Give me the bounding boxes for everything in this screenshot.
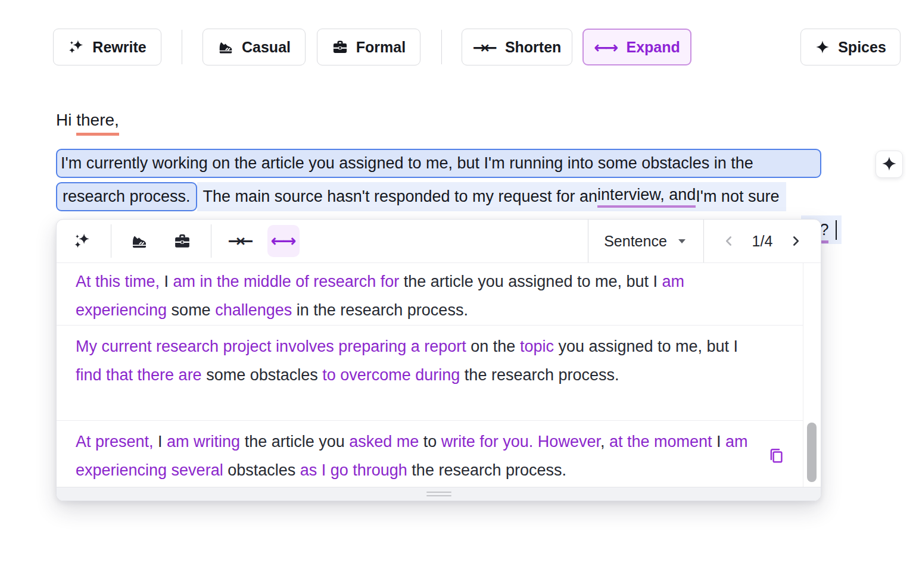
selected-sentence-line1[interactable]: I'm currently working on the article you… [56,149,821,178]
previous-suggestion-button[interactable] [721,233,737,249]
briefcase-icon [173,232,191,250]
formal-label: Formal [356,39,406,56]
popup-casual-button[interactable] [123,225,155,257]
suggestions-pager: 1/4 [703,220,821,262]
suggestion-row[interactable]: At present, I am writing the article you… [57,421,803,489]
suggestion-highlight: At present, [76,433,154,451]
copy-icon [767,446,785,464]
shorten-button[interactable]: →← Shorten [462,29,572,65]
suggestion-row[interactable]: At this time, I am in the middle of rese… [57,263,803,326]
selected-sentence-text: research process. [63,187,191,206]
pagination-label: 1/4 [752,233,773,250]
suggestion-highlight: at the moment [609,433,712,451]
briefcase-icon [332,39,348,55]
text-cursor [836,220,837,240]
suggestion-underlined-phrase[interactable]: interview, and [597,186,696,208]
expand-button[interactable]: ←→ Expand [582,29,691,65]
highlighted-following-text[interactable]: The main source hasn't responded to my r… [197,182,787,211]
shorten-arrows-icon: →← [228,233,254,249]
suggestion-plain-text: obstacles [223,461,300,479]
suggestion-highlight: asked me [349,433,419,451]
suggestion-highlight: At this time, [76,273,160,290]
suggestion-plain-text: the research process. [407,461,566,479]
document-line2: research process. The main source hasn't… [56,182,786,211]
suggestion-highlight: find that there are [76,366,202,384]
suggestion-underline-fragment [820,240,828,243]
toolbar-divider [182,30,182,64]
suggestion-row[interactable]: My current research project involves pre… [57,326,803,421]
suggestion-text: At this time, I am in the middle of rese… [76,267,761,324]
suggestion-plain-text: some [167,301,215,319]
scrollbar-track[interactable] [803,263,821,487]
granularity-dropdown[interactable]: Sentence [588,220,703,262]
suggestion-highlight: challenges [215,301,292,319]
chevron-left-icon [721,233,737,249]
sparkle-floating-button[interactable] [876,151,903,178]
suggestion-highlight: am writing [167,433,240,451]
sparkles-icon [73,232,91,250]
shorten-label: Shorten [505,39,561,56]
scrollbar-thumb[interactable] [807,423,817,482]
suggestion-plain-text: you assigned to me, but I [554,337,738,355]
selected-sentence-line2[interactable]: research process. [56,182,197,211]
spices-label: Spices [838,39,886,56]
suggestion-list: At this time, I am in the middle of rese… [57,263,803,487]
suggestion-plain-text: some obstacles [202,366,323,384]
resize-handle[interactable] [426,492,451,496]
rewrite-suggestions-popup: →← ←→ Sentence 1/4 [56,219,821,501]
four-point-star-icon [815,39,830,55]
popup-toolbar-divider [211,224,211,258]
toolbar-divider [441,30,442,64]
suggestion-highlight: write for you. However [441,433,600,451]
four-point-star-icon [881,155,898,174]
popup-formal-button[interactable] [166,225,198,257]
selected-sentence-text: I'm currently working on the article you… [61,154,753,173]
suggestion-highlight: My current research project involves pre… [76,337,466,355]
spellcheck-underlined-word[interactable]: there, [76,111,119,136]
chevron-right-icon [788,233,803,249]
sneaker-icon [217,39,234,55]
rewrite-label: Rewrite [92,39,146,56]
rewrite-button[interactable]: Rewrite [53,29,161,65]
sneaker-icon [130,232,148,250]
popup-toolbar-divider [111,224,111,258]
suggestion-plain-text: the article you assigned to me, but I [399,273,662,290]
suggestion-plain-text: I [712,433,726,451]
following-text: I'm not sure [696,187,779,206]
formal-button[interactable]: Formal [317,29,420,65]
casual-button[interactable]: Casual [202,29,306,65]
suggestion-area: At this time, I am in the middle of rese… [57,263,821,487]
popup-toolbar: →← ←→ Sentence 1/4 [57,220,821,263]
popup-rewrite-button[interactable] [66,225,98,257]
greeting-line: Hi there, [56,111,119,130]
casual-label: Casual [242,39,291,56]
suggestion-text: At present, I am writing the article you… [76,427,761,484]
sparkles-icon [68,39,85,55]
suggestion-text: My current research project involves pre… [76,332,761,389]
suggestion-highlight: am in the middle of research for [173,273,400,290]
suggestion-plain-text: to [419,433,441,451]
copy-button[interactable] [767,446,785,464]
suggestion-plain-text: the article you [240,433,349,451]
granularity-label: Sentence [604,233,667,250]
suggestion-highlight: topic [520,337,554,355]
expand-label: Expand [626,39,680,56]
suggestion-plain-text: on the [466,337,520,355]
expand-arrows-icon: ←→ [594,39,618,55]
next-suggestion-button[interactable] [788,233,803,249]
popup-shorten-button[interactable]: →← [225,225,257,257]
spices-button[interactable]: Spices [800,29,901,65]
suggestion-highlight: as I go through [300,461,407,479]
suggestion-plain-text: the research process. [460,366,619,384]
chevron-down-icon [676,235,688,247]
suggestion-plain-text: in the research process. [292,301,468,319]
suggestion-highlight: to overcome during [322,366,460,384]
popup-expand-button-active[interactable]: ←→ [267,225,300,257]
suggestion-plain-text: I [154,433,167,451]
suggestion-plain-text: I [160,273,173,290]
expand-arrows-icon: ←→ [271,233,297,249]
shorten-arrows-icon: →← [473,39,497,55]
greeting-prefix: Hi [56,111,76,129]
following-text: The main source hasn't responded to my r… [203,187,598,206]
suggestion-plain-text: , [600,433,609,451]
